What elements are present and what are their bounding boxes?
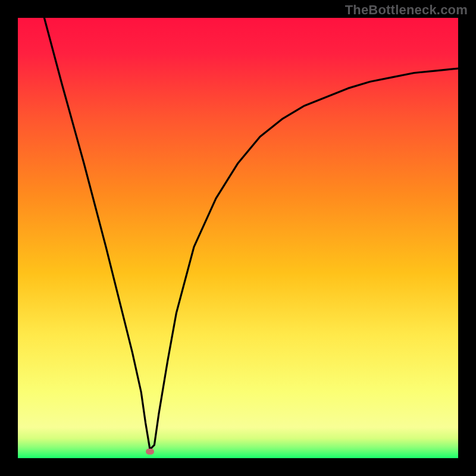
plot-area [18,18,458,458]
chart-frame: TheBottleneck.com [0,0,476,476]
minimum-marker [146,449,154,455]
curve-svg [18,18,458,458]
watermark-text: TheBottleneck.com [345,2,468,18]
bottleneck-curve [44,18,458,449]
